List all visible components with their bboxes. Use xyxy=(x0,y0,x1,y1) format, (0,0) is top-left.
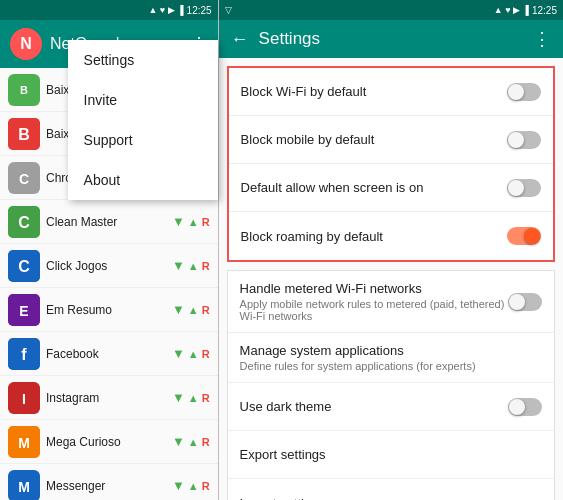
r-badge: R xyxy=(202,260,210,272)
setting-text: Block Wi-Fi by default xyxy=(241,84,507,99)
mobile-toggle[interactable]: ▲ xyxy=(188,392,199,404)
app-controls: ▼ ▲ R xyxy=(172,346,210,361)
status-bar-right: ▽ ▲ ♥ ▶ ▐ 12:25 xyxy=(219,0,563,20)
list-item[interactable]: E Em Resumo ▼ ▲ R xyxy=(0,288,218,332)
mobile-toggle[interactable]: ▲ xyxy=(188,348,199,360)
wifi-toggle[interactable]: ▼ xyxy=(172,390,185,405)
app-info: Messenger xyxy=(46,479,172,493)
setting-title: Import settings xyxy=(240,496,542,501)
setting-text: Block mobile by default xyxy=(241,132,507,147)
app-icon: B xyxy=(8,118,40,150)
list-item[interactable]: M Messenger ▼ ▲ R xyxy=(0,464,218,500)
setting-title: Default allow when screen is on xyxy=(241,180,507,195)
setting-block-wifi[interactable]: Block Wi-Fi by default xyxy=(229,68,553,116)
app-icon: M xyxy=(8,426,40,458)
dropdown-menu: Settings Invite Support About xyxy=(68,40,218,200)
mobile-toggle[interactable]: ▲ xyxy=(188,260,199,272)
app-name: Em Resumo xyxy=(46,303,172,317)
app-name: Click Jogos xyxy=(46,259,172,273)
wifi-toggle[interactable]: ▼ xyxy=(172,434,185,449)
menu-item-settings[interactable]: Settings xyxy=(68,40,218,80)
app-icon: I xyxy=(8,382,40,414)
app-info: Clean Master xyxy=(46,215,172,229)
setting-text: Default allow when screen is on xyxy=(241,180,507,195)
svg-text:I: I xyxy=(22,391,26,407)
setting-block-roaming[interactable]: Block roaming by default xyxy=(229,212,553,260)
menu-item-invite[interactable]: Invite xyxy=(68,80,218,120)
app-info: Facebook xyxy=(46,347,172,361)
toggle-block-wifi[interactable] xyxy=(507,83,541,101)
wifi-toggle[interactable]: ▼ xyxy=(172,258,185,273)
wifi-toggle[interactable]: ▼ xyxy=(172,478,185,493)
mobile-toggle[interactable]: ▲ xyxy=(188,436,199,448)
setting-title: Block mobile by default xyxy=(241,132,507,147)
r-badge: R xyxy=(202,480,210,492)
normal-settings-section: Handle metered Wi-Fi networks Apply mobi… xyxy=(227,270,555,500)
list-item[interactable]: C Clean Master ▼ ▲ R xyxy=(0,200,218,244)
menu-item-about[interactable]: About xyxy=(68,160,218,200)
app-info: Instagram xyxy=(46,391,172,405)
highlighted-settings-section: Block Wi-Fi by default Block mobile by d… xyxy=(227,66,555,262)
app-controls: ▼ ▲ R xyxy=(172,258,210,273)
mobile-toggle[interactable]: ▲ xyxy=(188,480,199,492)
list-item[interactable]: M Mega Curioso ▼ ▲ R xyxy=(0,420,218,464)
setting-title: Use dark theme xyxy=(240,399,508,414)
r-badge: R xyxy=(202,216,210,228)
menu-item-support[interactable]: Support xyxy=(68,120,218,160)
notification-icon: ▽ xyxy=(225,5,232,15)
app-name: Clean Master xyxy=(46,215,172,229)
setting-title: Block Wi-Fi by default xyxy=(241,84,507,99)
setting-manage-system[interactable]: Manage system applications Define rules … xyxy=(228,333,554,383)
svg-text:C: C xyxy=(18,258,30,275)
app-icon: C xyxy=(8,250,40,282)
wifi-toggle[interactable]: ▼ xyxy=(172,346,185,361)
setting-title: Export settings xyxy=(240,447,542,462)
setting-block-mobile[interactable]: Block mobile by default xyxy=(229,116,553,164)
app-info: Click Jogos xyxy=(46,259,172,273)
more-options-icon[interactable]: ⋮ xyxy=(533,28,551,50)
status-icons-right: ▲ ♥ ▶ ▐ xyxy=(494,5,529,15)
app-name: Mega Curioso xyxy=(46,435,172,449)
wifi-toggle[interactable]: ▼ xyxy=(172,302,185,317)
back-button[interactable]: ← xyxy=(231,29,249,50)
r-badge: R xyxy=(202,348,210,360)
svg-text:B: B xyxy=(18,126,30,143)
setting-text: Export settings xyxy=(240,447,542,462)
svg-text:M: M xyxy=(18,479,30,495)
app-icon: f xyxy=(8,338,40,370)
setting-import[interactable]: Import settings xyxy=(228,479,554,500)
netguard-app-icon: N xyxy=(10,28,42,60)
list-item[interactable]: I Instagram ▼ ▲ R xyxy=(0,376,218,420)
app-name: Facebook xyxy=(46,347,172,361)
setting-default-allow-screen[interactable]: Default allow when screen is on xyxy=(229,164,553,212)
app-name: Messenger xyxy=(46,479,172,493)
list-item[interactable]: C Click Jogos ▼ ▲ R xyxy=(0,244,218,288)
left-panel: ▲ ♥ ▶ ▐ 12:25 N NetGuard ⋮ Settings Invi… xyxy=(0,0,218,500)
setting-title: Block roaming by default xyxy=(241,229,507,244)
app-controls: ▼ ▲ R xyxy=(172,214,210,229)
app-icon: C xyxy=(8,206,40,238)
toggle-block-mobile[interactable] xyxy=(507,131,541,149)
toggle-metered-wifi[interactable] xyxy=(508,293,542,311)
setting-title: Manage system applications xyxy=(240,343,542,358)
app-icon: M xyxy=(8,470,40,501)
r-badge: R xyxy=(202,304,210,316)
setting-text: Block roaming by default xyxy=(241,229,507,244)
status-time-left: 12:25 xyxy=(187,5,212,16)
wifi-toggle[interactable]: ▼ xyxy=(172,214,185,229)
svg-text:C: C xyxy=(19,171,29,187)
list-item[interactable]: f Facebook ▼ ▲ R xyxy=(0,332,218,376)
right-panel: ▽ ▲ ♥ ▶ ▐ 12:25 ← Settings ⋮ Block Wi-Fi… xyxy=(219,0,563,500)
toggle-block-roaming[interactable] xyxy=(507,227,541,245)
setting-metered-wifi[interactable]: Handle metered Wi-Fi networks Apply mobi… xyxy=(228,271,554,333)
setting-export[interactable]: Export settings xyxy=(228,431,554,479)
app-info: Mega Curioso xyxy=(46,435,172,449)
toggle-dark-theme[interactable] xyxy=(508,398,542,416)
setting-dark-theme[interactable]: Use dark theme xyxy=(228,383,554,431)
app-controls: ▼ ▲ R xyxy=(172,302,210,317)
r-badge: R xyxy=(202,436,210,448)
right-header: ← Settings ⋮ xyxy=(219,20,563,58)
mobile-toggle[interactable]: ▲ xyxy=(188,216,199,228)
toggle-default-allow-screen[interactable] xyxy=(507,179,541,197)
mobile-toggle[interactable]: ▲ xyxy=(188,304,199,316)
